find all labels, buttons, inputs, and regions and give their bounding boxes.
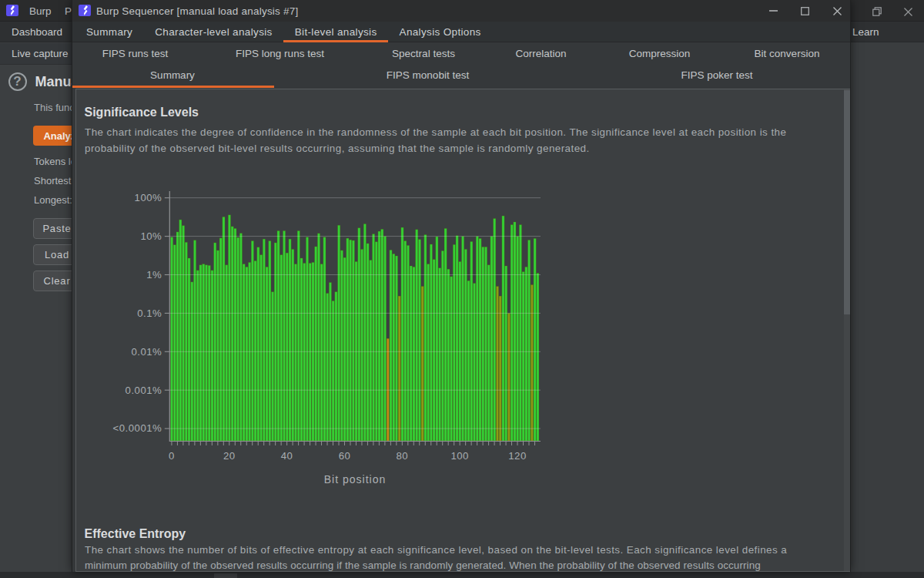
svg-text:120: 120 [508,450,527,462]
background-subtabs: Live capture [0,43,72,65]
background-right-panel [851,43,924,572]
selected-subtab-underline [72,86,274,88]
svg-text:0: 0 [168,450,174,462]
svg-text:40: 40 [280,450,293,462]
restore-window-icon[interactable] [872,7,882,16]
minimize-window-icon[interactable] [769,10,778,12]
tab-analysis-options[interactable]: Analysis Options [388,22,492,42]
effective-entropy-text: The chart shows the number of bits of ef… [85,543,787,572]
subtab-fips-monobit-test[interactable]: FIPS monobit test [387,69,469,81]
subtab-compression[interactable]: Compression [629,48,691,59]
close-window-icon[interactable] [904,8,912,16]
svg-text:80: 80 [396,450,408,462]
maximize-window-icon[interactable] [801,7,809,15]
svg-text:1%: 1% [146,268,162,280]
tab-bit-level-analysis[interactable]: Bit-level analysis [283,22,388,42]
subtab-fips-runs-test[interactable]: FIPS runs test [102,48,169,59]
longest-label: Longest: [34,194,72,206]
burp-logo-icon [6,5,18,16]
svg-text:10%: 10% [140,230,162,241]
svg-text:0.001%: 0.001% [125,384,162,395]
svg-text:0.1%: 0.1% [137,307,162,318]
menu-burp[interactable]: Burp [29,5,52,17]
tab-learn[interactable]: Learn [852,26,879,38]
subtab-spectral-tests[interactable]: Spectral tests [392,48,455,59]
manual-load-sidebar: ? Manual load This function allows you t… [0,65,72,572]
dialog-title: Burp Sequencer [manual load analysis #7] [96,5,298,17]
tab-character-level-analysis[interactable]: Character-level analysis [144,22,283,42]
svg-text:60: 60 [338,450,350,462]
subtab-bit-conversion[interactable]: Bit conversion [755,48,820,59]
tab-dashboard[interactable]: Dashboard [12,26,62,38]
svg-text:100: 100 [450,450,469,462]
dialog-titlebar[interactable]: Burp Sequencer [manual load analysis #7] [72,0,850,22]
sequencer-analysis-window: Burp Sequencer [manual load analysis #7]… [72,0,851,572]
effective-entropy-heading: Effective Entropy [85,527,186,541]
summary-report-panel: Significance Levels The chart indicates … [75,89,851,572]
svg-text:0.01%: 0.01% [131,345,162,357]
background-bottom-strip [0,572,924,578]
svg-text:Bit position: Bit position [323,473,385,486]
svg-text:100%: 100% [134,192,162,203]
scrollbar-thumb[interactable] [844,90,850,314]
tab-summary[interactable]: Summary [75,22,144,42]
taskbar-peek [214,573,237,578]
dialog-tabs: Summary Character-level analysis Bit-lev… [72,22,850,42]
subtab-fips-poker-test[interactable]: FIPS poker test [681,69,752,81]
significance-levels-chart: 100%10%1%0.1%0.01%0.001%<0.0001%02040608… [76,89,851,572]
burp-logo-icon [79,5,91,16]
subtab-fips-long-runs-test[interactable]: FIPS long runs test [236,48,324,59]
dialog-subtabs: FIPS runs test FIPS long runs test Spect… [72,42,850,88]
shortest-label: Shortest: [34,175,74,187]
help-icon[interactable]: ? [8,72,27,91]
svg-text:20: 20 [223,450,235,462]
svg-text:<0.0001%: <0.0001% [112,422,162,434]
subtab-live-capture[interactable]: Live capture [12,48,69,59]
subtab-correlation[interactable]: Correlation [515,48,566,59]
subtab-summary[interactable]: Summary [150,69,195,81]
scrollbar[interactable] [844,89,850,571]
close-window-icon[interactable] [833,7,842,15]
